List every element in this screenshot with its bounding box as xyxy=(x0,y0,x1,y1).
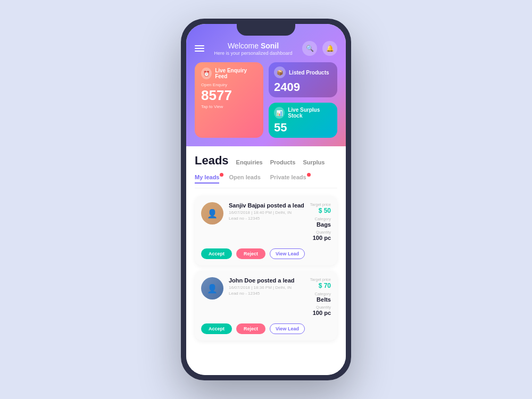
avatar-1: 👤 xyxy=(201,202,223,225)
avatar-2-placeholder: 👤 xyxy=(201,277,223,300)
sub-tab-open-leads[interactable]: Open leads xyxy=(229,174,260,184)
open-leads-label: Open leads xyxy=(229,174,260,180)
surplus-card-title: Live Surplus Stock xyxy=(288,107,332,119)
welcome-prefix: Welcome xyxy=(228,41,261,50)
sub-tab-private-leads[interactable]: Private leads xyxy=(270,174,306,184)
surplus-stock-card[interactable]: 📊 Live Surplus Stock 55 xyxy=(269,103,337,138)
lead-1-reject-button[interactable]: Reject xyxy=(236,248,265,259)
lead-2-price: $ 70 xyxy=(310,282,331,289)
phone-screen: Welcome Sonil Here is your personalized … xyxy=(186,24,346,375)
products-card-header: 📦 Listed Products xyxy=(274,66,332,78)
main-content: Leads Enquiries Products Surplus My lead… xyxy=(186,146,346,375)
lead-2-name: John Doe posted a lead xyxy=(229,277,305,284)
products-number: 2409 xyxy=(274,81,332,93)
private-leads-label: Private leads xyxy=(270,174,306,180)
lead-1-info: Sanjiv Bajpai posted a lead 16/07/2018 |… xyxy=(229,202,305,243)
lead-1-action: posted a lead xyxy=(267,202,304,209)
lead-1-price-label: Target price xyxy=(310,202,331,207)
lead-2-no: Lead no - 12345 xyxy=(229,290,305,296)
lead-1-category: Bags xyxy=(310,221,331,228)
private-leads-badge xyxy=(307,173,311,177)
notification-icon[interactable]: 🔔 xyxy=(322,41,337,56)
lead-2-category: Belts xyxy=(310,296,331,303)
lead-1-price: $ 50 xyxy=(310,207,331,214)
phone-device: Welcome Sonil Here is your personalized … xyxy=(181,19,351,380)
lead-1-cat-label: Category xyxy=(310,217,331,221)
lead-2-info: John Doe posted a lead 16/07/2018 | 18:3… xyxy=(229,277,305,318)
leads-title: Leads xyxy=(195,154,229,168)
lead-1-accept-button[interactable]: Accept xyxy=(201,248,232,259)
products-card-title: Listed Products xyxy=(289,70,329,76)
header-title: Welcome Sonil Here is your personalized … xyxy=(214,41,292,56)
lead-2-cat-label: Category xyxy=(310,292,331,296)
my-leads-badge xyxy=(220,173,223,177)
products-icon: 📦 xyxy=(274,66,286,78)
lead-2-reject-button[interactable]: Reject xyxy=(236,323,265,334)
subtitle: Here is your personalized dashboard xyxy=(214,51,292,56)
lead-2-quantity: 100 pc xyxy=(310,310,331,316)
lead-card-1-top: 👤 Sanjiv Bajpai posted a lead 16/07/2018… xyxy=(201,202,331,243)
lead-2-person-name: John Doe xyxy=(229,277,255,284)
lead-card-2-top: 👤 John Doe posted a lead 16/07/2018 | 18… xyxy=(201,277,331,318)
lead-2-action: posted a lead xyxy=(257,277,294,284)
avatar-1-placeholder: 👤 xyxy=(201,202,223,225)
lead-1-actions: Accept Reject View Lead xyxy=(201,248,331,259)
cards-grid: ⏰ Live Enquiry Feed Open Enquiry 8577 Ta… xyxy=(195,62,337,138)
right-cards: 📦 Listed Products 2409 📊 Live Surplus St… xyxy=(269,62,337,138)
sub-tab-my-leads[interactable]: My leads xyxy=(195,174,219,184)
lead-card-1: 👤 Sanjiv Bajpai posted a lead 16/07/2018… xyxy=(195,196,337,265)
enquiry-number: 8577 xyxy=(201,88,257,102)
lead-2-actions: Accept Reject View Lead xyxy=(201,323,331,334)
tab-surplus[interactable]: Surplus xyxy=(303,159,325,167)
sub-tabs: My leads Open leads Private leads xyxy=(195,174,337,188)
tab-enquiries[interactable]: Enquiries xyxy=(236,159,263,167)
header-area: Welcome Sonil Here is your personalized … xyxy=(186,24,346,146)
tab-products[interactable]: Products xyxy=(270,159,296,167)
lead-1-person-name: Sanjiv Bajpai xyxy=(229,202,265,209)
lead-2-details: Target price $ 70 Category Belts Quantit… xyxy=(310,277,331,318)
lead-1-date: 16/07/2018 | 18:40 PM | Delhi, IN xyxy=(229,210,305,215)
welcome-text: Welcome Sonil xyxy=(214,41,292,50)
card-header: ⏰ Live Enquiry Feed xyxy=(201,68,257,79)
lead-2-accept-button[interactable]: Accept xyxy=(201,323,232,334)
lead-1-qty-label: Quantity xyxy=(310,230,331,235)
live-enquiry-card[interactable]: ⏰ Live Enquiry Feed Open Enquiry 8577 Ta… xyxy=(195,62,263,138)
app-content: Welcome Sonil Here is your personalized … xyxy=(186,24,346,375)
enquiry-label: Open Enquiry xyxy=(201,82,257,87)
main-tabs: Leads Enquiries Products Surplus xyxy=(195,154,337,168)
lead-card-2: 👤 John Doe posted a lead 16/07/2018 | 18… xyxy=(195,271,337,340)
enquiry-card-title: Live Enquiry Feed xyxy=(215,68,257,79)
lead-2-date: 16/07/2018 | 18:36 PM | Delhi, IN xyxy=(229,285,305,290)
lead-1-quantity: 100 pc xyxy=(310,235,331,241)
lead-2-view-button[interactable]: View Lead xyxy=(270,323,305,334)
header-icons: 🔍 🔔 xyxy=(302,41,337,56)
lead-2-qty-label: Quantity xyxy=(310,305,331,310)
menu-icon[interactable] xyxy=(195,45,204,52)
listed-products-card[interactable]: 📦 Listed Products 2409 xyxy=(269,62,337,97)
surplus-number: 55 xyxy=(274,122,332,134)
search-icon[interactable]: 🔍 xyxy=(302,41,317,56)
surplus-icon: 📊 xyxy=(274,107,285,119)
username: Sonil xyxy=(261,41,279,50)
enquiry-icon: ⏰ xyxy=(201,68,212,79)
enquiry-tap-text: Tap to View xyxy=(201,104,257,109)
lead-1-name: Sanjiv Bajpai posted a lead xyxy=(229,202,305,209)
lead-1-details: Target price $ 50 Category Bags Quantity… xyxy=(310,202,331,243)
lead-1-view-button[interactable]: View Lead xyxy=(270,248,305,259)
phone-notch xyxy=(237,24,295,36)
surplus-card-header: 📊 Live Surplus Stock xyxy=(274,107,332,119)
header-top: Welcome Sonil Here is your personalized … xyxy=(195,39,337,56)
my-leads-label: My leads xyxy=(195,174,219,180)
lead-2-price-label: Target price xyxy=(310,277,331,282)
lead-1-no: Lead no - 12345 xyxy=(229,215,305,221)
avatar-2: 👤 xyxy=(201,277,223,300)
